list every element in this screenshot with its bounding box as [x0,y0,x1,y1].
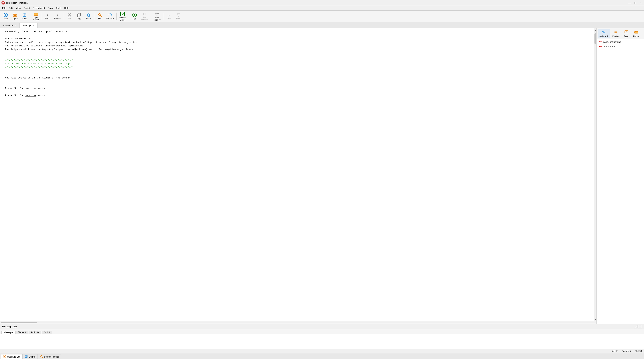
panel-tab-alphabetic[interactable]: AZAlphabetic [598,29,610,38]
menu-item-data[interactable]: Data [46,6,54,10]
title-bar-left: Q demo.iqjs* - Inquisit 7 [2,1,28,4]
svg-point-29 [156,14,156,14]
editor-scrollbar-h[interactable] [0,321,596,324]
bottom-tab-label-output: Output [29,356,35,358]
message-content [0,334,644,349]
svg-marker-50 [599,41,602,42]
svg-rect-55 [25,355,27,358]
vscroll-track [594,31,596,318]
toolbar-separator-open-folder [42,12,42,20]
tab-close-demo-iqjs[interactable]: ✕ [32,24,35,27]
run-monkey-button[interactable]: RunMonkey [152,11,162,21]
sort-button: Sort [164,11,174,21]
panel-tab-folder[interactable]: Folder [632,29,641,38]
open-button[interactable]: Open [10,11,20,21]
paste-label: Paste [86,17,91,20]
forward-icon [56,13,60,17]
message-tab-message[interactable]: Message [2,330,15,334]
message-list-close[interactable]: ✕ [638,325,642,328]
sort-label: Sort [167,17,170,20]
bottom-tab-label-search-results: Search Results [44,356,59,358]
run-button[interactable]: Run [130,11,139,21]
tree-item-label-page-instructions: page.instructions [603,40,621,43]
bottom-tab-icon-search-results [40,355,43,358]
menu-item-view[interactable]: View [14,6,22,10]
copy-button[interactable]: Copy [74,11,84,21]
tab-demo-iqjs[interactable]: demo.iqjs✕ [20,23,38,28]
open-folder-button[interactable]: OpenFolder [32,11,40,21]
bottom-tab-output[interactable]: Output [22,354,38,359]
menu-item-edit[interactable]: Edit [8,6,14,10]
status-bar: Line 18 Column 7 Ch 793 [0,349,644,353]
menu-item-help[interactable]: Help [63,6,70,10]
svg-point-30 [157,14,158,14]
svg-rect-7 [24,15,25,16]
tab-close-start-page[interactable]: ✕ [14,24,17,27]
panel-tab-type[interactable]: Type [622,29,631,38]
copy-label: Copy [77,17,82,20]
svg-rect-49 [634,32,638,33]
bottom-tab-search-results[interactable]: Search Results [38,354,61,359]
panel-tab-position[interactable]: Position [611,29,621,38]
back-button[interactable]: Back [43,11,52,21]
cut-button[interactable]: Cut [65,11,74,21]
tree-item-page-instructions[interactable]: page.instructions [598,40,643,44]
validate-script-label: ValidateScript [119,16,126,21]
forward-button[interactable]: Forward [52,11,63,21]
scrollbar-thumb-h[interactable] [1,322,37,323]
editor-scroll[interactable]: We usually place it at the top of the sc… [0,28,594,321]
find-button[interactable]: Find [96,11,104,21]
close-button[interactable]: ✕ [638,1,642,5]
toolbar-separator-run-element [151,12,151,20]
vscroll-down[interactable]: ▼ [594,318,597,321]
toolbar-separator-save [30,12,30,20]
run-element-icon [142,12,146,16]
svg-rect-16 [88,14,90,16]
tab-bar: Start Page✕demo.iqjs✕ [0,22,644,28]
menu-item-tools[interactable]: Tools [54,6,63,10]
message-tab-attribute[interactable]: Attribute [28,330,42,334]
new-label: New [4,18,8,20]
menu-item-experiment[interactable]: Experiment [32,6,46,10]
replace-label: Replace [106,17,114,20]
validate-script-button[interactable]: ValidateScript [118,11,128,21]
save-icon [22,13,27,17]
vscroll-up[interactable]: ▲ [594,29,597,31]
minimize-button[interactable]: — [628,1,632,5]
cut-icon [68,13,72,17]
message-list-expand[interactable]: □ [634,325,638,328]
menu-item-file[interactable]: File [1,6,8,10]
svg-line-59 [42,357,42,358]
new-button[interactable]: New [1,11,10,21]
editor-vscrollbar[interactable]: ▲ ▼ [594,28,596,321]
editor-content[interactable]: We usually place it at the top of the sc… [0,28,594,321]
panel-tab-icon-alphabetic: AZ [602,30,606,35]
editor-container: We usually place it at the top of the sc… [0,28,597,324]
filter-button: Filter [174,11,183,21]
save-button[interactable]: Save [20,11,29,21]
vscroll-thumb[interactable] [594,33,596,44]
bottom-tab-icon-output [25,355,28,358]
tree-item-user-manual[interactable]: userManual [598,44,643,49]
menu-bar: FileEditViewScriptExperimentDataToolsHel… [0,6,644,10]
bottom-tab-message-list[interactable]: Message List [1,354,22,359]
menu-item-script[interactable]: Script [22,6,31,10]
message-tab-script[interactable]: Script [42,330,52,334]
message-list-title: Message List [2,325,17,328]
bottom-tab-label-message-list: Message List [7,356,20,358]
editor-wrapper: We usually place it at the top of the sc… [0,28,596,321]
panel-tab-icon-position [614,30,618,35]
maximize-button[interactable]: □ [633,1,637,5]
new-icon [4,13,8,17]
open-folder-label: OpenFolder [33,16,39,21]
replace-button[interactable]: Replace [105,11,115,21]
toolbar-separator-validate-script [129,12,129,20]
status-column: Column 7 [622,350,631,352]
panel-tab-label-type: Type [624,35,628,37]
panel-tab-icon-folder [634,30,638,35]
paste-button[interactable]: Paste [84,11,93,21]
tab-start-page[interactable]: Start Page✕ [1,23,20,28]
paste-icon [86,13,90,17]
bottom-area: Message List □ ✕ MessageElementAttribute… [0,324,644,349]
message-tab-element[interactable]: Element [16,330,28,334]
